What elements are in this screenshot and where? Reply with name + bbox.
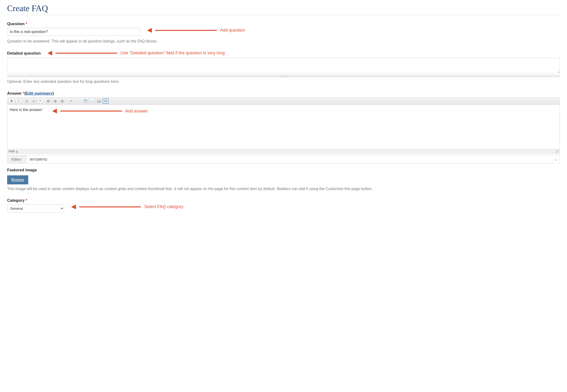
insert-table-button[interactable] [83, 98, 88, 104]
svg-point-2 [25, 101, 26, 101]
align-center-button[interactable] [53, 98, 58, 104]
link-button[interactable] [68, 98, 73, 104]
wysiwyg-toolbar: B I 123 ab [7, 98, 560, 105]
insert-image-button[interactable] [96, 98, 102, 104]
svg-rect-23 [61, 102, 64, 102]
answer-field: Answer *(Edit summary) B I 123 [7, 91, 560, 164]
svg-point-4 [25, 101, 26, 102]
svg-text:3: 3 [32, 101, 32, 102]
editor-format-label: Editor: [7, 155, 26, 163]
svg-rect-26 [84, 100, 87, 101]
featured-image-label: Featured image [7, 168, 37, 172]
path-element[interactable]: p [16, 150, 18, 153]
svg-rect-3 [26, 101, 28, 101]
align-right-button[interactable] [59, 98, 65, 104]
svg-rect-5 [26, 102, 28, 102]
toolbar-toggle-button[interactable] [103, 98, 109, 104]
question-label: Question [7, 22, 25, 26]
question-input[interactable] [7, 28, 140, 36]
svg-rect-22 [60, 101, 64, 102]
featured-image-field: Featured image Browse This image will be… [7, 168, 560, 192]
editor-resize-handle[interactable] [555, 150, 558, 153]
answer-wysiwyg: B I 123 ab [7, 97, 560, 154]
page-title: Create FAQ [7, 3, 560, 15]
question-field: Question * Add question Question to be a… [7, 22, 560, 44]
blockquote-button[interactable] [37, 98, 43, 104]
browse-button[interactable]: Browse [7, 175, 28, 184]
category-field: Category * General Select FAQ category [7, 198, 560, 213]
spellcheck-button[interactable]: ab [89, 98, 95, 104]
annotation-select-category: Select FAQ category [71, 204, 183, 209]
path-label: Path: [9, 150, 15, 153]
italic-button[interactable]: I [15, 98, 21, 104]
required-asterisk: * [26, 22, 27, 26]
bold-button[interactable]: B [9, 98, 14, 104]
svg-rect-16 [54, 100, 57, 100]
required-asterisk: * [23, 91, 25, 96]
detailed-question-label: Detailed question [7, 51, 41, 56]
detailed-question-field: Detailed question Use “Detailed question… [7, 51, 560, 84]
svg-text:ab: ab [90, 100, 92, 102]
textarea-resize-handle[interactable] [7, 75, 560, 77]
featured-image-help: This image will be used in some content … [7, 186, 560, 192]
svg-rect-13 [47, 101, 49, 101]
svg-rect-33 [104, 101, 107, 101]
category-label: Category [7, 198, 25, 203]
annotation-detailed-question: Use “Detailed question” field if the que… [47, 51, 225, 56]
svg-rect-15 [47, 102, 49, 102]
numbered-list-button[interactable]: 123 [31, 98, 36, 104]
svg-rect-9 [33, 101, 35, 101]
svg-rect-32 [106, 100, 107, 100]
annotation-add-question: Add question [147, 28, 245, 33]
category-select[interactable]: General [7, 204, 64, 213]
editor-format-value: WYSIWYG [26, 155, 560, 163]
align-left-button[interactable] [46, 98, 52, 104]
unlink-button[interactable] [74, 98, 80, 104]
svg-rect-11 [33, 102, 35, 102]
svg-rect-17 [54, 101, 56, 101]
required-asterisk: * [26, 198, 27, 203]
svg-rect-18 [54, 101, 57, 102]
edit-summary-link[interactable]: Edit summary [26, 91, 52, 96]
wysiwyg-statusbar: Path: p [7, 149, 560, 154]
svg-rect-1 [26, 100, 28, 100]
svg-rect-21 [61, 101, 64, 101]
editor-format-select[interactable]: Editor: WYSIWYG ⌄ [7, 155, 560, 164]
detailed-question-textarea[interactable] [7, 58, 560, 73]
svg-rect-34 [104, 101, 107, 102]
svg-point-24 [71, 100, 72, 101]
svg-point-30 [98, 100, 99, 101]
svg-rect-14 [47, 101, 50, 102]
detailed-question-help: Optional. Enter any extended question te… [7, 79, 560, 84]
svg-rect-19 [54, 102, 56, 102]
bullet-list-button[interactable] [24, 98, 30, 104]
svg-rect-7 [33, 100, 35, 100]
question-help: Question to be answered. This will appea… [7, 39, 560, 44]
chevron-down-icon: ⌄ [554, 157, 557, 161]
answer-editor-body[interactable]: Here is the answer! [7, 105, 560, 149]
svg-rect-12 [47, 100, 50, 100]
answer-label: Answer [7, 91, 22, 96]
svg-rect-20 [60, 100, 64, 100]
svg-point-0 [25, 100, 26, 100]
svg-rect-31 [104, 100, 105, 100]
